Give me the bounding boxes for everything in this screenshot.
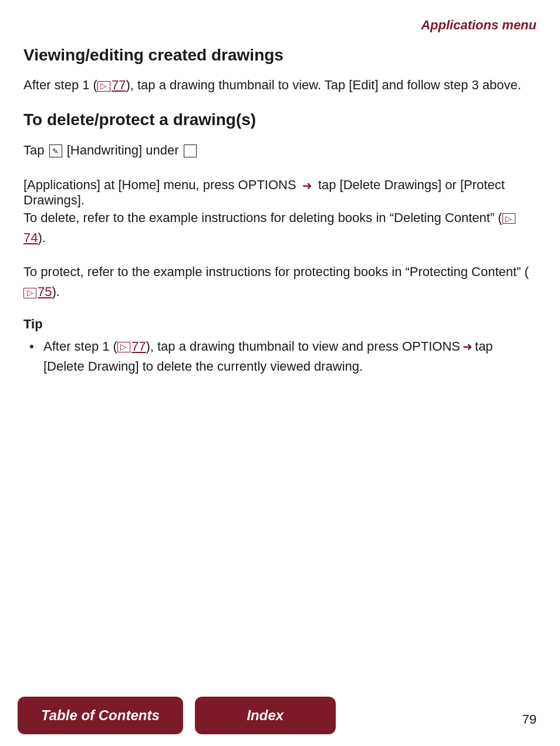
tip-section: Tip After step 1 (▷77), tap a drawing th… <box>23 317 537 377</box>
section1: Viewing/editing created drawings After s… <box>23 45 537 95</box>
tip-list: After step 1 (▷77), tap a drawing thumbn… <box>23 337 537 377</box>
section2-title: To delete/protect a drawing(s) <box>23 109 537 130</box>
ref-icon-4: ▷ <box>117 342 130 352</box>
ref-icon-2: ▷ <box>502 213 515 224</box>
section2: To delete/protect a drawing(s) Tap ✎ [Ha… <box>23 109 537 302</box>
ref-link-77b[interactable]: 77 <box>131 339 146 354</box>
ref-icon-1: ▷ <box>97 81 110 92</box>
section1-title: Viewing/editing created drawings <box>23 45 537 66</box>
ref-link-74[interactable]: 74 <box>23 230 38 245</box>
ref-link-77[interactable]: 77 <box>112 78 126 92</box>
arrow-icon-1: ➜ <box>302 179 312 193</box>
arrow-icon-2: ➜ <box>463 338 473 356</box>
tip-item: After step 1 (▷77), tap a drawing thumbn… <box>29 337 537 377</box>
bottom-nav: Table of Contents Index <box>0 685 560 746</box>
icon-handwriting: ✎ <box>49 145 62 157</box>
icon-apps <box>184 145 197 157</box>
section1-body: After step 1 (▷77), tap a drawing thumbn… <box>23 75 537 95</box>
tip-label: Tip <box>23 317 537 332</box>
ref-icon-3: ▷ <box>23 288 36 298</box>
section-label: Applications menu <box>421 18 537 32</box>
page-number: 79 <box>522 712 537 727</box>
header: Applications menu <box>23 18 537 33</box>
index-button[interactable]: Index <box>195 697 336 734</box>
section2-body2: To delete, refer to the example instruct… <box>23 208 537 248</box>
page-container: Applications menu Viewing/editing create… <box>0 0 560 746</box>
ref-link-75[interactable]: 75 <box>38 284 52 299</box>
toc-button[interactable]: Table of Contents <box>18 697 183 734</box>
section2-body3: To protect, refer to the example instruc… <box>23 262 537 302</box>
section2-body1: Tap ✎ [Handwriting] under <box>23 140 537 160</box>
